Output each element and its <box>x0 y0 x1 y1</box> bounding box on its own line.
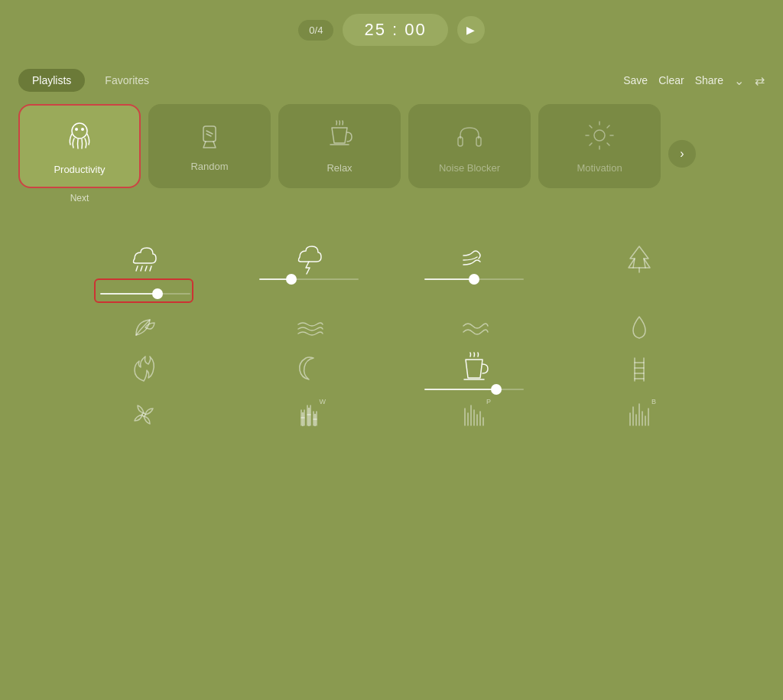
svg-line-13 <box>607 125 609 128</box>
sound-item-pink: P <box>392 398 557 435</box>
play-button[interactable]: ▶ <box>457 16 485 44</box>
leaves-icon[interactable] <box>127 311 161 344</box>
coffee-icon[interactable] <box>457 352 491 386</box>
sound-item-city-w: W <box>226 398 392 435</box>
tea-icon <box>323 119 356 156</box>
playlist-label-productivity: Productivity <box>54 164 105 175</box>
playlist-label-noise-blocker: Noise Blocker <box>439 162 500 174</box>
octopus-icon <box>61 117 98 158</box>
svg-point-1 <box>75 128 78 131</box>
playlist-label-random: Random <box>190 161 228 172</box>
tab-playlists[interactable]: Playlists <box>18 69 85 92</box>
svg-line-12 <box>607 143 609 145</box>
tab-favorites[interactable]: Favorites <box>91 69 163 92</box>
coffee-slider[interactable] <box>424 389 524 390</box>
sound-item-forest <box>557 242 722 303</box>
moon-icon[interactable] <box>292 352 326 386</box>
sound-item-fan <box>61 398 226 435</box>
svg-line-17 <box>145 266 147 271</box>
nav-actions: Save Clear Share ⌄ ⇄ <box>623 73 765 88</box>
forest-icon[interactable] <box>622 242 656 275</box>
sound-item-coffee <box>392 352 557 390</box>
svg-line-11 <box>590 125 592 128</box>
ocean-icon[interactable] <box>457 311 491 344</box>
blender-icon <box>194 120 225 155</box>
timer-display: 25 : 00 <box>343 14 447 46</box>
svg-line-16 <box>141 266 142 271</box>
svg-point-0 <box>72 123 87 138</box>
sound-item-waves-soft <box>226 311 392 344</box>
playlist-card-noise-blocker[interactable]: Noise Blocker <box>408 104 531 188</box>
counter-badge: 0/4 <box>298 20 333 41</box>
playlist-col-productivity: Productivity Next <box>18 104 141 203</box>
share-button[interactable]: Share <box>695 74 723 86</box>
sound-item-brown: B <box>557 398 722 435</box>
thunder-slider[interactable] <box>259 278 359 280</box>
sound-item-night <box>226 352 392 390</box>
waves-soft-icon[interactable] <box>292 311 326 344</box>
svg-point-2 <box>81 128 84 131</box>
sound-grid: W P <box>0 219 783 457</box>
playlist-row: Productivity Next Random <box>0 104 783 203</box>
playlist-next-arrow[interactable]: › <box>668 140 696 168</box>
next-label: Next <box>70 193 89 203</box>
thunder-icon[interactable] <box>292 242 326 275</box>
fire-icon[interactable] <box>127 352 161 386</box>
svg-line-15 <box>136 266 138 271</box>
svg-rect-3 <box>203 126 216 142</box>
wind-slider[interactable] <box>424 278 524 280</box>
rain-slider-wrapper <box>94 278 193 303</box>
water-drop-icon[interactable] <box>622 311 656 344</box>
fan-icon[interactable] <box>127 398 161 431</box>
clear-button[interactable]: Clear <box>658 74 684 86</box>
sound-item-ocean <box>392 311 557 344</box>
top-bar: 0/4 25 : 00 ▶ <box>0 0 783 57</box>
playlist-card-relax[interactable]: Relax <box>278 104 401 188</box>
playlist-card-random[interactable]: Random <box>148 104 271 188</box>
sound-item-fire <box>61 352 226 390</box>
wind-icon[interactable] <box>457 242 491 275</box>
headphones-icon <box>453 119 486 156</box>
sound-item-leaves <box>61 311 226 344</box>
save-button[interactable]: Save <box>623 74 648 86</box>
svg-line-14 <box>590 143 592 145</box>
svg-line-18 <box>150 266 151 271</box>
sound-item-train <box>557 352 722 390</box>
sun-icon <box>583 119 616 156</box>
sound-item-wind <box>392 242 557 303</box>
rain-slider[interactable] <box>100 293 190 295</box>
playlist-card-productivity[interactable]: Productivity <box>18 104 141 188</box>
nav-tabs: Playlists Favorites <box>18 69 163 92</box>
shuffle-icon[interactable]: ⇄ <box>755 73 765 88</box>
nav-bar: Playlists Favorites Save Clear Share ⌄ ⇄ <box>0 57 783 104</box>
pink-noise-badge: P <box>486 398 491 405</box>
sound-item-thunder <box>226 242 392 303</box>
city-w-badge: W <box>320 398 327 405</box>
rain-icon[interactable] <box>127 242 161 275</box>
sort-icon[interactable]: ⌄ <box>734 73 744 88</box>
sound-item-rain <box>61 242 226 303</box>
playlist-card-motivation[interactable]: Motivation <box>538 104 661 188</box>
svg-marker-19 <box>629 246 650 268</box>
sound-item-water-drop <box>557 311 722 344</box>
playlist-label-relax: Relax <box>327 162 352 174</box>
train-icon[interactable] <box>622 352 656 386</box>
playlist-label-motivation: Motivation <box>577 162 622 174</box>
svg-point-6 <box>594 130 605 141</box>
brown-noise-badge: B <box>651 398 656 405</box>
